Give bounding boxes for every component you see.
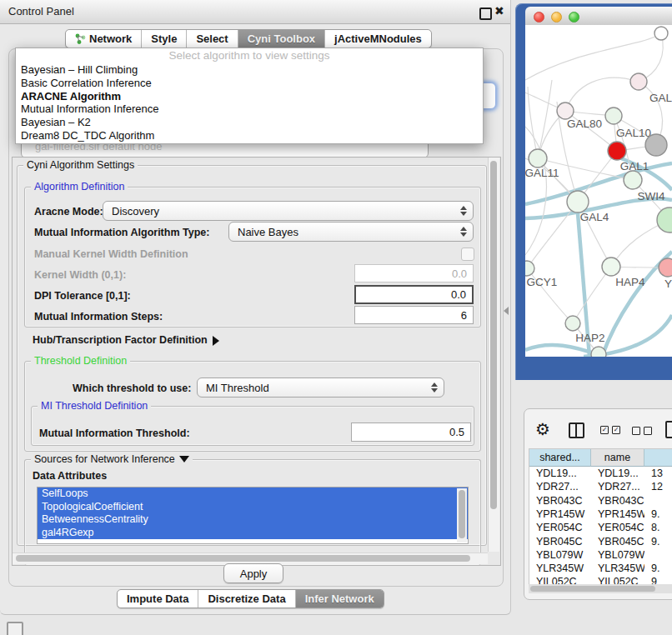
network-node-hap2[interactable] bbox=[565, 316, 580, 331]
dropdown-item[interactable]: Mutual Information Inference bbox=[16, 102, 483, 116]
table-cell: YER054C bbox=[529, 521, 591, 534]
attribute-list-item[interactable]: SelfLoops bbox=[38, 488, 468, 501]
column-header[interactable]: name bbox=[591, 449, 644, 467]
dropdown-item[interactable]: ARACNE Algorithm bbox=[16, 90, 483, 103]
minimize-traffic-light-icon[interactable] bbox=[551, 12, 562, 22]
tab-style[interactable]: Style bbox=[142, 30, 187, 48]
apply-button[interactable]: Apply bbox=[223, 563, 283, 583]
combo-value: Naive Bayes bbox=[238, 226, 298, 238]
table-horizontal-scrollbar[interactable] bbox=[529, 584, 672, 593]
network-node-hap4[interactable] bbox=[602, 258, 620, 276]
bottom-tabbar: Impute DataDiscretize DataInfer Network bbox=[117, 589, 384, 608]
network-node-gal10[interactable] bbox=[605, 108, 622, 124]
select-all-columns-icon[interactable]: ✓✓ bbox=[600, 426, 620, 434]
table-row[interactable]: YDR27...YDR27...12 bbox=[529, 480, 672, 493]
table-row[interactable]: YLR345WYLR345W9. bbox=[529, 562, 672, 575]
node-label: GAL11 bbox=[525, 167, 559, 179]
deselect-all-columns-icon[interactable] bbox=[632, 427, 652, 435]
network-edge[interactable] bbox=[538, 80, 552, 158]
attribute-list-item[interactable]: gal4RGexp bbox=[38, 527, 468, 540]
node-label: GAL10 bbox=[616, 127, 651, 139]
zoom-traffic-light-icon[interactable] bbox=[569, 12, 579, 22]
settings-vertical-scrollbar[interactable] bbox=[488, 158, 499, 552]
network-node-gcy1[interactable] bbox=[525, 261, 534, 276]
mi-threshold-label: Mutual Information Threshold: bbox=[39, 428, 190, 439]
network-edge[interactable] bbox=[527, 202, 578, 268]
tab-cyni-toolbox[interactable]: Cyni Toolbox bbox=[238, 30, 325, 48]
tab-jactivemnodules[interactable]: jActiveMNodules bbox=[325, 30, 431, 48]
columns-icon[interactable] bbox=[569, 422, 584, 438]
network-edge[interactable] bbox=[525, 127, 547, 255]
table-cell: 9. bbox=[644, 535, 672, 548]
table-row[interactable]: YBR043CYBR043C bbox=[529, 494, 672, 508]
network-node[interactable] bbox=[591, 347, 606, 357]
close-traffic-light-icon[interactable] bbox=[534, 12, 544, 22]
aracne-mode-combo[interactable]: Discovery bbox=[103, 201, 474, 221]
export-table-icon[interactable] bbox=[665, 421, 672, 438]
mi-steps-field[interactable]: 6 bbox=[354, 306, 474, 324]
list-scrollbar[interactable] bbox=[457, 488, 467, 542]
float-window-icon[interactable] bbox=[479, 8, 492, 20]
combo-value: Discovery bbox=[112, 205, 159, 218]
tab-impute-data[interactable]: Impute Data bbox=[118, 590, 198, 608]
attribute-list-item[interactable]: TopologicalCoefficient bbox=[38, 501, 468, 514]
hub-section-toggle[interactable]: Hub/Transcription Factor Definition bbox=[33, 334, 219, 346]
network-node[interactable] bbox=[645, 134, 667, 156]
data-attributes-list[interactable]: SelfLoopsTopologicalCoefficientBetweenne… bbox=[37, 487, 469, 544]
table-cell: YDL19... bbox=[529, 467, 591, 480]
tab-label: Network bbox=[89, 32, 132, 45]
close-icon[interactable]: ✖ bbox=[494, 4, 504, 18]
tab-label: jActiveMNodules bbox=[334, 32, 422, 45]
dpi-tolerance-label: DPI Tolerance [0,1]: bbox=[34, 290, 131, 302]
network-canvas[interactable]: GALGAL80GAL10GAL1GAL11SWI4GAL4GCY1HAP4YH… bbox=[525, 25, 672, 357]
network-node-gal4[interactable] bbox=[567, 191, 589, 212]
kernel-width-field[interactable]: 0.0 bbox=[354, 264, 474, 282]
column-header[interactable]: shared... bbox=[529, 449, 591, 467]
gear-icon[interactable]: ⚙ bbox=[535, 419, 550, 439]
attribute-list-item[interactable]: BetweennessCentrality bbox=[38, 513, 468, 527]
network-node-gal11[interactable] bbox=[529, 149, 547, 168]
node-label: HAP2 bbox=[575, 332, 604, 344]
which-threshold-combo[interactable]: MI Threshold bbox=[197, 378, 444, 398]
tab-discretize-data[interactable]: Discretize Data bbox=[198, 590, 295, 608]
column-header[interactable] bbox=[644, 449, 672, 467]
tab-network[interactable]: Network bbox=[66, 30, 142, 48]
splitter-handle[interactable] bbox=[504, 307, 509, 315]
node-table[interactable]: shared...name YDL19...YDL19...13YDR27...… bbox=[529, 448, 672, 585]
table-row[interactable]: YPR145WYPR145W9. bbox=[529, 508, 672, 521]
table-cell: YPR145W bbox=[529, 508, 591, 521]
network-window-titlebar bbox=[525, 7, 672, 26]
table-cell: YBL079W bbox=[529, 548, 591, 562]
dropdown-item[interactable]: Bayesian – K2 bbox=[16, 116, 483, 129]
network-edge[interactable] bbox=[565, 78, 639, 111]
table-cell: YLR345W bbox=[591, 562, 644, 575]
manual-kernel-checkbox[interactable] bbox=[461, 248, 474, 261]
network-edge[interactable] bbox=[573, 267, 611, 323]
network-node-gal1[interactable] bbox=[608, 142, 626, 160]
network-node[interactable] bbox=[654, 27, 668, 40]
dropdown-item[interactable]: Bayesian – Hill Climbing bbox=[16, 63, 483, 77]
network-node-y[interactable] bbox=[659, 258, 672, 277]
dropdown-item[interactable]: Basic Correlation Inference bbox=[16, 77, 483, 90]
network-node[interactable] bbox=[657, 208, 672, 232]
settings-horizontal-scrollbar[interactable] bbox=[13, 552, 488, 564]
tab-select[interactable]: Select bbox=[187, 30, 238, 48]
group-title: MI Threshold Definition bbox=[38, 400, 151, 412]
dropdown-placeholder: Select algorithm to view settings bbox=[16, 48, 483, 63]
table-row[interactable]: YDL19...YDL19...13 bbox=[529, 467, 672, 480]
mi-threshold-field[interactable]: 0.5 bbox=[351, 422, 471, 442]
dropdown-item[interactable]: Dream8 DC_TDC Algorithm bbox=[16, 129, 483, 142]
dpi-tolerance-field[interactable]: 0.0 bbox=[354, 285, 474, 304]
network-node-gal[interactable] bbox=[630, 73, 647, 90]
table-row[interactable]: YBR045CYBR045C9. bbox=[529, 535, 672, 548]
mi-type-combo[interactable]: Naive Bayes bbox=[228, 222, 474, 242]
tab-infer-network[interactable]: Infer Network bbox=[296, 590, 384, 608]
table-row[interactable]: YER054CYER054C8. bbox=[529, 521, 672, 534]
network-node-swi4[interactable] bbox=[624, 171, 642, 189]
table-cell: 8. bbox=[644, 521, 672, 534]
node-label: SWI4 bbox=[637, 190, 664, 202]
table-cell: YLR345W bbox=[529, 562, 591, 575]
table-row[interactable]: YBL079WYBL079W bbox=[529, 548, 672, 562]
network-edge[interactable] bbox=[525, 33, 661, 80]
network-node-gal80[interactable] bbox=[557, 102, 574, 119]
